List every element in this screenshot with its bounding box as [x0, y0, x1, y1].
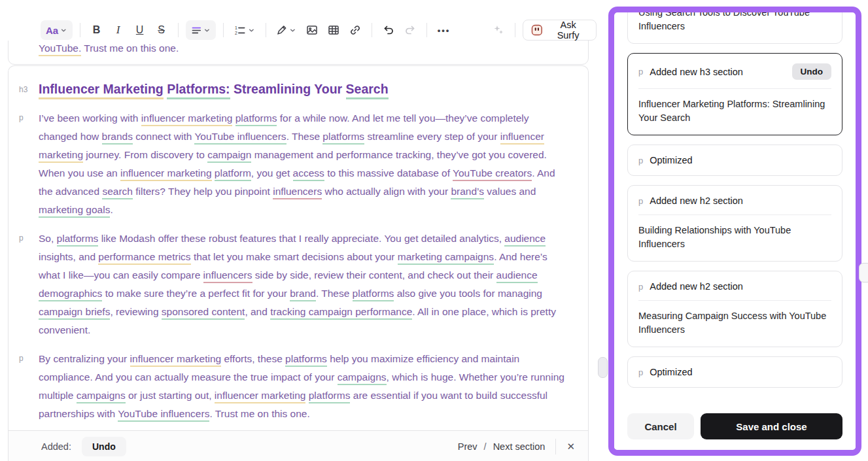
annotated-phrase: influencers [273, 186, 322, 199]
change-card[interactable]: pOptimized [627, 145, 842, 176]
toolbar-divider [372, 23, 372, 37]
font-style-dropdown[interactable]: Aa [41, 20, 73, 40]
paragraph-text: I’ve been working with influencer market… [39, 109, 566, 219]
toolbar-divider [515, 23, 515, 37]
next-section-button[interactable]: Next section [493, 441, 546, 452]
ordered-list-dropdown[interactable]: 12 [231, 20, 258, 40]
review-bar: Added: Undo Prev / Next section ✕ [9, 430, 588, 461]
review-bar-left: Added: Undo [41, 437, 126, 456]
save-and-close-button[interactable]: Save and close [701, 413, 842, 439]
toolbar-divider [426, 23, 427, 37]
more-options-button[interactable]: ••• [434, 20, 453, 40]
text-run: Trust me on this one. [81, 43, 179, 54]
toolbar-divider [80, 23, 80, 37]
change-card[interactable]: pAdded new h3 sectionUndoInfluencer Mark… [627, 53, 842, 135]
annotated-phrase: YouTube. [39, 43, 81, 56]
annotated-phrase: campaigns [338, 371, 387, 385]
annotated-phrase: Search [346, 82, 389, 99]
undo-button[interactable] [379, 20, 398, 40]
ordered-list-icon: 12 [234, 25, 246, 35]
bold-button[interactable]: B [88, 20, 106, 40]
text-run: values and [484, 186, 536, 197]
annotated-phrase: brand’s [451, 186, 484, 199]
text-run: that let you make smart decisions about … [191, 251, 398, 262]
annotated-phrase: marketing campaigns [398, 251, 494, 265]
change-label: Added new h2 section [650, 281, 831, 292]
insert-image-button[interactable] [303, 20, 321, 40]
ai-sparkle-button[interactable] [489, 20, 508, 40]
change-card-header: pAdded new h2 section [638, 196, 831, 206]
annotated-phrase: search [102, 186, 133, 199]
review-bar-divider [555, 439, 556, 454]
insert-table-button[interactable] [324, 20, 343, 40]
change-card-header: pOptimized [638, 155, 831, 165]
text-run: to this massive database of [324, 167, 453, 179]
change-card[interactable]: Using Search Tools to Discover YouTube I… [627, 12, 842, 44]
paragraph-block: pBy centralizing your influencer marketi… [9, 350, 571, 423]
annotated-phrase: platforms [57, 233, 99, 247]
toolbar-divider [178, 23, 179, 37]
added-label: Added: [41, 441, 71, 452]
ellipsis-icon: ••• [438, 26, 451, 35]
change-card[interactable]: pAdded new h2 sectionMeasuring Campaign … [627, 271, 842, 347]
redo-button[interactable] [401, 20, 419, 40]
underline-button[interactable]: U [131, 20, 149, 40]
document-content[interactable]: h3Influencer Marketing Platforms: Stream… [9, 66, 588, 431]
changes-list-viewport[interactable]: Using Search Tools to Discover YouTube I… [614, 12, 856, 403]
alignment-dropdown[interactable] [186, 20, 216, 40]
block-type-marker: p [638, 282, 643, 292]
block-type-marker: p [19, 233, 24, 243]
text-run: , you get [251, 167, 293, 179]
annotated-phrase: access [293, 167, 324, 181]
annotated-phrase: audience [504, 233, 546, 247]
annotated-phrase: Platforms: [167, 82, 230, 99]
annotated-phrase: brand [290, 288, 316, 301]
annotated-phrase: brands [102, 131, 133, 145]
text-run: I’ve been working with [39, 112, 141, 124]
text-run: . [110, 204, 113, 215]
pen-style-dropdown[interactable] [273, 20, 299, 40]
card-undo-button[interactable]: Undo [792, 63, 832, 80]
change-card[interactable]: pAdded new h2 sectionBuilding Relationsh… [627, 185, 842, 262]
annotated-phrase: influencers [203, 269, 252, 283]
annotated-phrase: platforms [322, 131, 364, 145]
review-undo-button[interactable]: Undo [82, 437, 126, 456]
text-run: . Trust me on this one. [209, 408, 309, 419]
change-card[interactable]: pOptimized [627, 356, 842, 388]
text-run: streamline every step of your [364, 131, 500, 142]
text-run: Streamlining Your [230, 82, 346, 96]
block-type-marker: p [638, 196, 643, 206]
section-text: Building Relationships with YouTube Infl… [638, 224, 831, 251]
block-type-marker: h3 [19, 85, 27, 94]
font-style-label: Aa [46, 25, 58, 36]
prev-section-button[interactable]: Prev [458, 441, 477, 452]
annotated-phrase: YouTube creators [453, 167, 532, 181]
annotated-phrase: sponsored content [162, 306, 245, 320]
strikethrough-button[interactable]: S [152, 20, 171, 40]
surfy-logo-icon [531, 24, 543, 36]
text-run: journey. From discovery to [83, 149, 207, 160]
annotated-phrase: platform [215, 167, 251, 181]
annotated-phrase: influencer marketing [130, 353, 222, 367]
block-type-marker: p [19, 113, 24, 122]
paragraph-text: So, platforms like Modash offer these ro… [39, 230, 566, 339]
close-icon[interactable]: ✕ [566, 441, 575, 452]
italic-button[interactable]: I [109, 20, 128, 40]
panel-resize-handle[interactable] [598, 357, 608, 378]
text-run: So, [39, 233, 57, 244]
text-run: like Modash offer these robust features … [98, 233, 504, 244]
text-run: . These [316, 288, 353, 299]
cancel-button[interactable]: Cancel [627, 413, 694, 439]
text-run: efforts, these [221, 353, 285, 364]
annotated-phrase: campaigns [77, 390, 126, 403]
section-text: Measuring Campaign Success with YouTube … [638, 309, 831, 337]
align-left-icon [191, 25, 202, 36]
text-run: who actually align with your [322, 186, 451, 197]
insert-link-button[interactable] [346, 20, 364, 40]
annotated-phrase: platforms [285, 353, 327, 367]
window-scrollbar-thumb[interactable] [859, 263, 868, 282]
editor-toolbar: Aa B I U S 12 [41, 20, 597, 41]
ask-surfy-button[interactable]: Ask Surfy [523, 20, 597, 41]
block-type-marker: p [638, 156, 643, 165]
annotated-phrase: campaign briefs [39, 306, 110, 320]
